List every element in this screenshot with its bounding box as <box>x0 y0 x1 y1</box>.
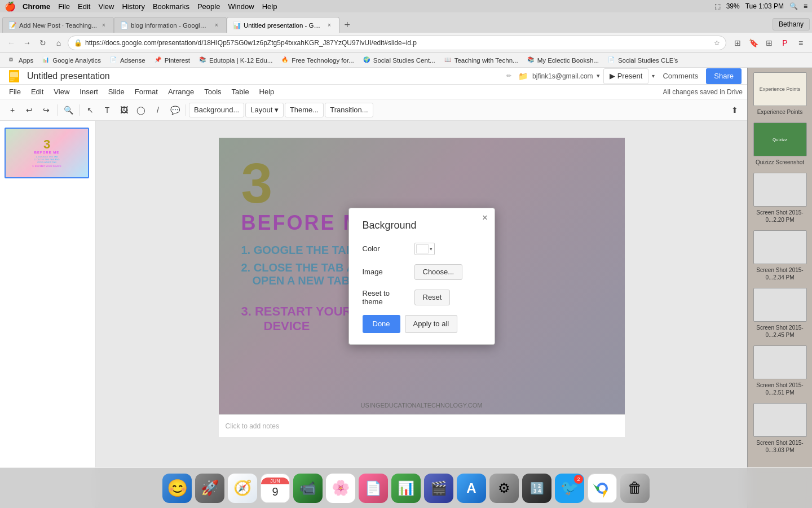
theme-dropdown[interactable]: Theme... <box>285 103 324 117</box>
home-button[interactable]: ⌂ <box>52 36 65 50</box>
text-tool[interactable]: T <box>99 102 115 118</box>
menu-slide[interactable]: Slide <box>104 86 129 97</box>
menu-file[interactable]: File <box>58 2 70 11</box>
dock-finder[interactable]: 😊 <box>162 474 192 503</box>
slide-1-thumbnail[interactable]: 3 BEFORE ME 1. GOOGLE THE TAB 2. CLOSE T… <box>5 128 89 178</box>
sidebar-item-5[interactable]: Screen Shot 2015-0...2.51 PM <box>750 345 810 396</box>
menu-bookmarks[interactable]: Bookmarks <box>153 2 189 11</box>
comment-tool[interactable]: 💬 <box>167 102 183 118</box>
presentation-title[interactable]: Untitled presentation <box>27 71 502 81</box>
tab-1[interactable]: 📝 Add New Post · Teaching... × <box>2 17 114 33</box>
undo-button[interactable]: ↩ <box>21 102 37 118</box>
dock-launchpad[interactable]: 🚀 <box>195 474 224 503</box>
reset-button[interactable]: Reset <box>414 290 451 305</box>
spotlight-icon[interactable]: 🔍 <box>789 2 798 10</box>
menu-people[interactable]: People <box>197 2 220 11</box>
choose-image-button[interactable]: Choose... <box>414 264 463 280</box>
bookmark-star-icon[interactable]: ☆ <box>714 39 720 47</box>
line-tool[interactable]: / <box>150 102 166 118</box>
dock-trash[interactable]: 🗑 <box>620 474 650 503</box>
bookmark-socialstudies[interactable]: 🌍 Social Studies Cent... <box>359 54 439 67</box>
tab-3-close[interactable]: × <box>325 21 333 29</box>
menu-insert[interactable]: Insert <box>75 86 103 97</box>
tab-1-close[interactable]: × <box>100 21 108 29</box>
dock-twitter[interactable]: 🐦 2 <box>555 474 584 503</box>
transition-dropdown[interactable]: Transition... <box>325 103 373 117</box>
background-dropdown[interactable]: Background... <box>189 103 244 117</box>
refresh-button[interactable]: ↻ <box>36 36 50 50</box>
menu-arrange[interactable]: Arrange <box>164 86 198 97</box>
bookmark-edutopia[interactable]: 📚 Edutopia | K-12 Edu... <box>195 54 276 67</box>
menu-chrome[interactable]: Chrome <box>23 2 50 11</box>
dock-photos[interactable]: 🌸 <box>326 474 355 503</box>
menu-history[interactable]: History <box>122 2 144 11</box>
present-button[interactable]: ▶ Present <box>603 68 649 84</box>
apple-menu[interactable]: 🍎 <box>5 1 16 12</box>
new-tab-button[interactable]: + <box>339 17 355 33</box>
zoom-button[interactable]: 🔍 <box>60 102 76 118</box>
share-button[interactable]: Share <box>706 68 742 84</box>
back-button[interactable]: ← <box>5 36 18 50</box>
forward-button[interactable]: → <box>20 36 34 50</box>
sidebar-item-1[interactable]: Quizizz Quizizz Screenshot <box>753 122 807 166</box>
dock-facetime[interactable]: 📹 <box>293 474 323 503</box>
sidebar-item-3[interactable]: Screen Shot 2015-0...2.34 PM <box>750 230 810 281</box>
done-button[interactable]: Done <box>363 315 400 333</box>
bookmark-apps[interactable]: ⚙ Apps <box>5 54 37 67</box>
bookmark-freetech[interactable]: 🔥 Free Technology for... <box>277 54 358 67</box>
tab-2-close[interactable]: × <box>213 21 220 29</box>
bookmark-cle[interactable]: 📄 Social Studies CLE's <box>604 54 682 67</box>
sidebar-item-6[interactable]: Screen Shot 2015-0...3.03 PM <box>750 403 810 454</box>
menu-tools[interactable]: Tools <box>200 86 226 97</box>
bookmark-manager-icon[interactable]: 🔖 <box>747 36 760 50</box>
menu-table[interactable]: Table <box>227 86 254 97</box>
bookmark-analytics[interactable]: 📊 Google Analytics <box>38 54 105 67</box>
dock-keynote[interactable]: 🎬 <box>424 474 453 503</box>
layout-dropdown[interactable]: Layout ▾ <box>245 103 284 117</box>
slide-canvas[interactable]: 3 BEFORE ME 1. GOOGLE THE TAB 2. CLOSE T… <box>219 138 625 414</box>
menu-view[interactable]: View <box>98 2 114 11</box>
user-dropdown-icon[interactable]: ▾ <box>597 72 600 80</box>
dock-pages[interactable]: 📄 <box>359 474 388 503</box>
dock-appstore[interactable]: A <box>457 474 486 503</box>
sidebar-item-4[interactable]: Screen Shot 2015-0...2.45 PM <box>750 288 810 339</box>
image-tool[interactable]: 🖼 <box>116 102 132 118</box>
pinterest-icon[interactable]: P <box>778 36 792 50</box>
dock-chrome[interactable] <box>588 474 617 503</box>
bookmark-pinterest[interactable]: 📌 Pinterest <box>151 54 194 67</box>
cursor-tool[interactable]: ↖ <box>82 102 98 118</box>
dock-calendar[interactable]: JUN 9 <box>261 474 290 503</box>
menu-window[interactable]: Window <box>228 2 254 11</box>
shape-tool[interactable]: ◯ <box>133 102 149 118</box>
add-slide-button[interactable]: + <box>5 102 20 118</box>
menu-file[interactable]: File <box>5 86 25 97</box>
menu-help[interactable]: Help <box>262 2 277 11</box>
tab-3[interactable]: 📊 Untitled presentation - Go... × <box>227 17 339 33</box>
apply-to-all-button[interactable]: Apply to all <box>405 315 458 333</box>
address-bar[interactable]: 🔒 https://docs.google.com/presentation/d… <box>68 36 726 50</box>
bookmark-adsense[interactable]: 📄 Adsense <box>106 54 149 67</box>
color-selector[interactable]: ▾ <box>414 243 435 255</box>
sidebar-item-2[interactable]: Screen Shot 2015-0...2.20 PM <box>750 173 810 224</box>
sidebar-item-0[interactable]: Experience Points Experience Points <box>753 72 807 116</box>
notification-icon[interactable]: ≡ <box>804 2 807 10</box>
chrome-menu-icon[interactable]: ≡ <box>794 36 807 50</box>
dialog-close-button[interactable]: × <box>482 213 487 223</box>
extensions-icon[interactable]: ⊞ <box>731 36 744 50</box>
menu-view[interactable]: View <box>49 86 74 97</box>
menu-help[interactable]: Help <box>255 86 279 97</box>
dock-calculator[interactable]: 🔢 <box>522 474 551 503</box>
dock-settings[interactable]: ⚙ <box>489 474 519 503</box>
comments-button[interactable]: Comments <box>658 68 703 84</box>
collapse-panel-button[interactable]: ⬆ <box>727 102 743 118</box>
tab-2[interactable]: 📄 blog information - Google ... × <box>114 17 227 33</box>
bookmark-teaching[interactable]: 📖 Teaching with Techn... <box>440 54 522 67</box>
dock-numbers[interactable]: 📊 <box>391 474 421 503</box>
user-account-button[interactable]: Bethany <box>773 18 810 30</box>
notes-area[interactable]: Click to add notes <box>219 414 625 437</box>
present-dropdown[interactable]: ▾ <box>652 73 655 79</box>
menu-edit[interactable]: Edit <box>27 86 48 97</box>
dock-safari[interactable]: 🧭 <box>228 474 257 503</box>
redo-button[interactable]: ↪ <box>38 102 54 118</box>
bookmark-bookshelf[interactable]: 📚 My Eclectic Booksh... <box>523 54 603 67</box>
